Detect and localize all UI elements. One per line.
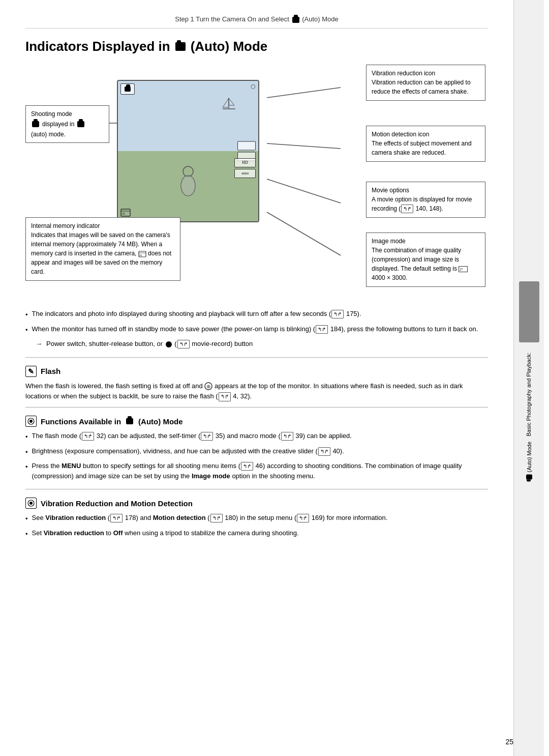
functions-bullet-3-text: Press the MENU button to specify setting… <box>32 461 488 481</box>
vibration-heading: Vibration Reduction and Motion Detection <box>25 498 488 509</box>
functions-bullet-1-text: The flash mode (↰↱ 32) can be adjusted, … <box>32 431 352 442</box>
svg-line-2 <box>267 88 341 98</box>
title-text: Indicators Displayed in <box>25 39 170 54</box>
divider-2 <box>25 407 488 408</box>
svg-marker-13 <box>223 98 229 107</box>
sidebar-bottom-text: (Auto) Mode <box>526 442 532 473</box>
callout-movie-body: A movie option is displayed for movie re… <box>372 195 480 213</box>
svg-point-11 <box>181 176 195 196</box>
callout-camera-icon2 <box>77 121 84 127</box>
arrow-note: → Power switch, shutter-release button, … <box>36 339 488 349</box>
diagram-section: ⬡ HD 4000 <box>25 65 488 299</box>
screen-shooting-icon <box>120 83 135 95</box>
callout-shooting-title: Shooting mode <box>31 110 104 119</box>
arrow-symbol: → <box>36 339 42 349</box>
callout-shooting-suffix: (auto) mode. <box>31 130 104 139</box>
main-note-2: • When the monitor has turned off in sta… <box>25 324 488 335</box>
callout-shooting-icon-row: displayed in <box>31 120 104 129</box>
right-sidebar: Basic Photography and Playback: (Auto) M… <box>513 0 544 756</box>
screen-movie-icon: HD <box>234 158 256 167</box>
callout-shooting-body-prefix: displayed in <box>42 120 74 129</box>
callout-motion-title: Motion detection icon <box>372 130 480 139</box>
main-note-1: • The indicators and photo info displaye… <box>25 309 488 320</box>
callout-motion-body: The effects of subject movement and came… <box>372 139 480 157</box>
person-figure <box>173 165 203 211</box>
callout-vibration-body: Vibration reduction can be applied to re… <box>372 78 480 96</box>
header-text: Step 1 Turn the Camera On and Select <box>175 15 289 23</box>
sidebar-label-top: Basic Photography and Playback: <box>525 353 533 437</box>
svg-point-24 <box>29 420 33 423</box>
callout-motion: Motion detection icon The effects of sub… <box>366 126 485 162</box>
vibration-bullets: • See Vibration reduction (↰↱ 178) and M… <box>25 513 488 539</box>
screen-bottom-right-icons: HD 4000 <box>234 158 256 178</box>
main-note-1-text: The indicators and photo info displayed … <box>32 309 361 320</box>
divider-3 <box>25 489 488 489</box>
screen-camera-icon <box>125 86 131 92</box>
title-camera-icon <box>175 42 186 51</box>
title-mode: (Auto) Mode <box>191 39 268 54</box>
vibration-bullet-2: • Set Vibration reduction to Off when us… <box>25 528 488 539</box>
callout-vibration: Vibration reduction icon Vibration reduc… <box>366 65 485 101</box>
svg-text:IN: IN <box>122 212 125 215</box>
callout-camera-icon <box>32 121 39 127</box>
screen-top-right: ⬡ <box>251 83 256 90</box>
functions-bullet-1: • The flash mode (↰↱ 32) can be adjusted… <box>25 431 488 442</box>
callout-vibration-title: Vibration reduction icon <box>372 69 480 78</box>
page-header: Step 1 Turn the Camera On and Select (Au… <box>25 15 488 28</box>
functions-camera-icon <box>126 418 133 424</box>
page-number: 25 <box>505 738 513 746</box>
divider-1 <box>25 357 488 358</box>
camera-screen-inner: ⬡ HD 4000 <box>118 81 258 221</box>
functions-heading-text: Functions Available in <box>41 417 121 426</box>
sailboat-figure <box>220 96 238 111</box>
svg-text:2*: 2* <box>460 268 463 271</box>
functions-bullet-2: • Brightness (exposure compensation), vi… <box>25 446 488 457</box>
flash-heading-text: Flash <box>41 367 60 375</box>
svg-point-9 <box>183 166 193 177</box>
callout-memory: Internal memory indicator Indicates that… <box>25 217 180 281</box>
functions-icon <box>25 416 37 427</box>
sidebar-gray-block <box>519 281 539 342</box>
callout-shooting: Shooting mode displayed in (auto) mode. <box>25 105 109 143</box>
vibration-bullet-1: • See Vibration reduction (↰↱ 178) and M… <box>25 513 488 524</box>
svg-line-4 <box>267 179 341 203</box>
main-note-2-text: When the monitor has turned off in stand… <box>32 324 478 335</box>
header-mode: (Auto) Mode <box>302 15 339 23</box>
callout-movie: Movie options A movie option is displaye… <box>366 182 485 218</box>
bullet-dot-1: • <box>25 310 28 320</box>
svg-marker-14 <box>229 98 234 105</box>
vibration-bullet-1-text: See Vibration reduction (↰↱ 178) and Mot… <box>32 513 388 524</box>
camera-screen: ⬡ HD 4000 <box>117 80 259 222</box>
flash-heading: ✎ Flash <box>25 366 488 377</box>
header-camera-icon <box>292 17 299 23</box>
svg-text:⊕: ⊕ <box>206 384 210 389</box>
bullet-dot-2: • <box>25 325 28 335</box>
callout-memory-body: Indicates that images will be saved on t… <box>31 230 175 276</box>
screen-image-icon: 4000 <box>234 169 256 178</box>
functions-bullet-3: • Press the MENU button to specify setti… <box>25 461 488 481</box>
flash-body: When the flash is lowered, the flash set… <box>25 381 488 402</box>
page-title: Indicators Displayed in (Auto) Mode <box>25 39 488 54</box>
vibration-heading-text: Vibration Reduction and Motion Detection <box>41 499 193 508</box>
vibration-icon <box>25 498 37 509</box>
callout-memory-title: Internal memory indicator <box>31 222 175 230</box>
svg-text:IN: IN <box>139 254 142 257</box>
arrow-note-text: Power switch, shutter-release button, or… <box>46 339 253 349</box>
callout-image-mode-body: The combination of image quality (compre… <box>372 246 480 282</box>
sidebar-top-text: Basic Photography and Playback: <box>526 353 532 437</box>
sidebar-camera-icon <box>526 475 532 480</box>
functions-bullets: • The flash mode (↰↱ 32) can be adjusted… <box>25 431 488 481</box>
functions-heading: Functions Available in (Auto) Mode <box>25 416 488 427</box>
functions-heading-mode: (Auto) Mode <box>138 417 182 426</box>
sidebar-label-bottom: (Auto) Mode <box>525 442 533 480</box>
svg-line-5 <box>267 212 341 255</box>
svg-point-26 <box>29 502 33 505</box>
callout-movie-title: Movie options <box>372 186 480 195</box>
main-notes-section: • The indicators and photo info displaye… <box>25 309 488 349</box>
svg-line-3 <box>267 143 341 149</box>
flash-note-icon: ✎ <box>25 366 37 377</box>
callout-image-mode-title: Image mode <box>372 237 480 246</box>
functions-bullet-2-text: Brightness (exposure compensation), vivi… <box>32 446 344 457</box>
screen-vr-icon <box>237 141 256 151</box>
vibration-bullet-2-text: Set Vibration reduction to Off when usin… <box>32 528 299 539</box>
